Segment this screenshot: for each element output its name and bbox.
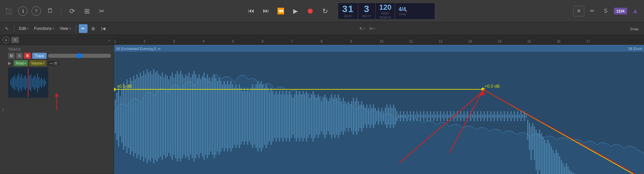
svg-rect-104 [239,84,240,148]
svg-rect-269 [516,115,517,118]
svg-rect-207 [412,115,413,118]
read-mode-button[interactable]: Read ▾ [14,60,28,66]
track-expand-button[interactable]: ▶ [8,61,11,66]
info-icon[interactable]: ℹ [18,6,28,16]
rewind-button[interactable]: ⏮ [245,5,257,17]
svg-rect-213 [422,115,423,118]
snap-back-button[interactable]: |◀ [99,24,108,33]
functions-menu-button[interactable]: Functions ▾ [32,25,56,32]
svg-rect-295 [559,157,560,174]
pencil-tool-button[interactable]: ✏ [79,24,88,33]
svg-rect-271 [519,115,520,118]
svg-rect-69 [180,71,181,162]
svg-rect-298 [564,167,565,174]
solo-button[interactable]: S [16,53,23,59]
svg-rect-51 [150,71,151,162]
beat-number: 3 [364,4,370,14]
svg-rect-89 [214,74,215,158]
link-tool-button[interactable]: ⊗ [89,24,98,33]
svg-rect-146 [309,98,310,135]
svg-rect-64 [172,73,173,160]
svg-rect-83 [204,73,205,160]
svg-rect-143 [304,94,305,138]
arrow-back-button[interactable]: ↖ [3,24,11,33]
svg-rect-76 [192,74,193,158]
track-list-button[interactable]: ≡ [11,37,19,43]
svg-rect-45 [140,73,141,160]
view-menu-button[interactable]: View ▾ [58,25,73,32]
svg-rect-109 [247,88,248,145]
track-content[interactable]: 06 Enchanted Evening.5 ∞ 06 Ench [114,45,644,174]
edit-menu-button[interactable]: Edit ▾ [17,25,31,32]
note-icon[interactable]: 🗒 [45,6,56,16]
svg-rect-58 [162,73,163,160]
triangle-button[interactable]: ▲ [630,6,641,16]
svg-rect-217 [428,115,429,118]
thumbnail-waveform [9,68,48,97]
svg-rect-63 [170,76,171,157]
scissors-icon[interactable]: ✂ [96,6,107,16]
add-track-button[interactable]: + [3,37,9,43]
svg-rect-32 [118,86,119,146]
cycle-transport-button[interactable]: ↻ [319,5,331,17]
arrange-icon[interactable]: ⬛ [3,6,14,16]
svg-rect-142 [303,91,304,141]
audio-region[interactable]: 06 Enchanted Evening.5 ∞ 06 Ench [114,45,644,174]
svg-rect-256 [494,111,495,121]
svg-rect-211 [418,115,419,118]
key-display[interactable]: 4/4 Cmaj ▼ [395,3,409,19]
region-name: 06 Enchanted Evening.5 [116,47,156,51]
svg-rect-135 [291,94,292,138]
ruler-mark-3: 3 [173,40,175,43]
svg-rect-60 [165,74,166,158]
help-icon[interactable]: ? [32,6,41,16]
svg-rect-159 [331,94,332,138]
svg-rect-117 [261,81,262,151]
svg-rect-111 [251,88,252,145]
track-volume-slider[interactable] [48,54,111,58]
svg-rect-131 [284,94,285,138]
pointer-tool-button[interactable]: ↖▾ [358,24,367,33]
go-to-start-button[interactable]: ⏪ [275,5,287,17]
record-button[interactable]: ⏺ [304,5,316,17]
s-button[interactable]: S [600,6,611,16]
ruler-mark-14: 14 [498,40,501,43]
svg-rect-275 [526,115,527,118]
svg-rect-196 [393,104,394,128]
svg-rect-172 [353,98,354,135]
track-name-button[interactable]: Track [32,53,47,59]
pencil-button[interactable]: ✏ [587,6,598,16]
fast-forward-button[interactable]: ⏭ [260,5,272,17]
svg-rect-140 [299,91,300,141]
svg-rect-294 [557,153,558,174]
svg-rect-127 [277,94,278,138]
svg-rect-11 [24,77,24,89]
svg-rect-185 [375,108,376,125]
close-display-button[interactable]: ✕ [574,6,584,16]
svg-rect-226 [443,111,444,121]
svg-rect-36 [125,86,126,146]
svg-rect-195 [391,108,392,125]
automation-type-button[interactable]: Volume ▾ [29,60,46,66]
svg-rect-198 [396,111,397,121]
svg-rect-57 [160,76,161,157]
svg-rect-237 [462,115,463,118]
secondary-tool-button[interactable]: ✂▾ [368,24,377,33]
smart-controls-button[interactable]: 1234 [614,8,627,14]
svg-rect-201 [401,115,402,118]
play-button[interactable]: ▶ [289,5,302,17]
svg-rect-280 [534,126,535,160]
mute-button[interactable]: M [8,53,15,59]
svg-rect-67 [177,71,178,162]
tempo-display[interactable]: 120 KEEP TEMPO [376,3,395,19]
track-record-button[interactable]: R [24,53,31,59]
svg-rect-165 [341,101,342,131]
svg-rect-188 [380,111,381,121]
svg-rect-203 [405,115,406,118]
cycle-icon[interactable]: ⟳ [67,6,77,16]
snap-text: Snap [627,27,641,31]
svg-rect-300 [568,167,569,174]
mixer-icon[interactable]: ⊞ [82,6,92,16]
toolbar-left: ⬛ ℹ ? 🗒 ⟳ ⊞ ✂ [3,6,107,16]
header-chevron[interactable]: ⌄ [108,38,111,42]
